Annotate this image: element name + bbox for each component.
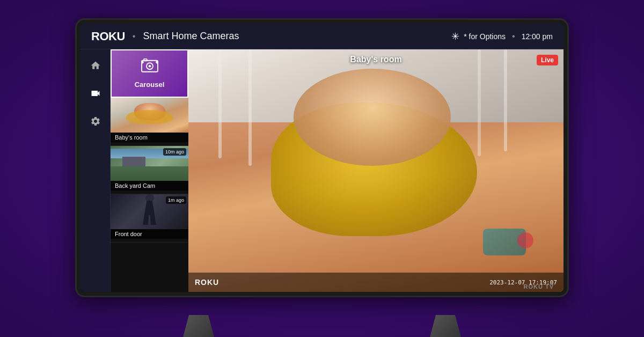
camera-item-frontdoor[interactable]: 1m ago Front door bbox=[111, 194, 188, 243]
current-time: 12:00 pm bbox=[522, 32, 553, 41]
video-camera-title: Baby's room bbox=[350, 55, 401, 64]
sidebar-icon-settings[interactable] bbox=[86, 112, 105, 131]
time-ago-frontdoor: 1m ago bbox=[166, 196, 186, 204]
video-bottom-bar: ROKU 2023-12-07 17:19:07 bbox=[188, 273, 564, 292]
svg-rect-3 bbox=[143, 59, 147, 61]
carousel-label: Carousel bbox=[135, 80, 165, 89]
time-ago-backyard: 10m ago bbox=[163, 148, 186, 156]
sidebar-icon-camera[interactable] bbox=[86, 84, 105, 103]
tv-container: ROKU • Smart Home Cameras ✳ * for Option… bbox=[75, 18, 569, 319]
tv-screen: ROKU • Smart Home Cameras ✳ * for Option… bbox=[80, 24, 564, 292]
camera-name-babys-room: Baby's room bbox=[111, 133, 188, 142]
carousel-icon bbox=[139, 58, 160, 78]
options-star-icon: ✳ bbox=[451, 31, 459, 42]
tv-stand-right bbox=[429, 315, 462, 337]
sidebar-icon-home[interactable] bbox=[86, 56, 105, 75]
main-feed: Baby's room Live ROKU 2023-12-07 17:19:0… bbox=[188, 49, 564, 292]
sidebar bbox=[80, 49, 111, 292]
live-badge: Live bbox=[537, 55, 558, 65]
header-time-separator: • bbox=[512, 32, 515, 41]
roku-logo: ROKU bbox=[91, 30, 125, 43]
camera-name-frontdoor: Front door bbox=[111, 229, 188, 239]
screen-content: ROKU • Smart Home Cameras ✳ * for Option… bbox=[80, 24, 564, 292]
main-area: Carousel Baby's room bbox=[80, 49, 564, 292]
header-separator: • bbox=[133, 32, 136, 41]
camera-thumb-babys-room bbox=[111, 98, 188, 133]
video-background bbox=[188, 49, 564, 292]
camera-name-backyard: Back yard Cam bbox=[111, 181, 188, 191]
carousel-item[interactable]: Carousel bbox=[111, 49, 188, 98]
tv-body: ROKU • Smart Home Cameras ✳ * for Option… bbox=[75, 18, 569, 297]
tv-stand-left bbox=[182, 315, 215, 337]
camera-list: Carousel Baby's room bbox=[111, 49, 188, 292]
roku-brand-text: ROKU bbox=[91, 30, 125, 43]
header-right: ✳ * for Options • 12:00 pm bbox=[451, 31, 553, 42]
header-left: ROKU • Smart Home Cameras bbox=[91, 30, 239, 43]
options-hint-text: * for Options bbox=[464, 32, 506, 41]
camera-item-babys-room[interactable]: Baby's room bbox=[111, 98, 188, 146]
svg-point-2 bbox=[148, 65, 151, 68]
camera-item-backyard[interactable]: 10m ago Back yard Cam bbox=[111, 146, 188, 194]
header-bar: ROKU • Smart Home Cameras ✳ * for Option… bbox=[80, 24, 564, 49]
roku-watermark: ROKU bbox=[195, 278, 219, 287]
roku-tv-label: ROKU TV bbox=[524, 283, 554, 290]
app-title: Smart Home Cameras bbox=[143, 31, 239, 42]
